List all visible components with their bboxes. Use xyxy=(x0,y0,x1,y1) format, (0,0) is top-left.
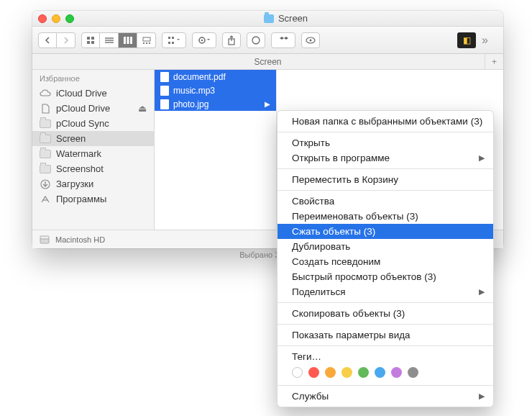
chevron-right-icon: ▶ xyxy=(479,287,485,297)
menu-item[interactable]: Дублировать xyxy=(278,239,493,254)
tag-dot[interactable] xyxy=(341,367,352,378)
sidebar-header: Избранное xyxy=(32,70,154,86)
svg-point-19 xyxy=(201,39,203,40)
folder-icon xyxy=(264,14,274,23)
svg-rect-8 xyxy=(127,37,129,44)
sidebar-item-screenshot[interactable]: Screenshot xyxy=(32,161,154,176)
quicklook-button[interactable] xyxy=(301,32,320,48)
menu-item[interactable]: Скопировать объекты (3) xyxy=(278,306,493,321)
menu-item[interactable]: Переименовать объекты (3) xyxy=(278,209,493,224)
menu-item[interactable]: Сжать объекты (3) xyxy=(278,224,493,239)
menu-separator xyxy=(278,132,493,132)
sidebar-item-label: Screen xyxy=(56,133,86,144)
menu-separator xyxy=(278,168,493,169)
sidebar-item-label: pCloud Drive xyxy=(56,103,110,114)
view-list-button[interactable] xyxy=(100,32,119,48)
file-row[interactable]: document.pdf xyxy=(155,70,276,83)
sidebar-item-pcloud-drive[interactable]: pCloud Drive ⏏ xyxy=(32,101,154,116)
file-icon xyxy=(160,86,169,96)
sidebar-item-label: Программы xyxy=(56,194,106,204)
dropbox-button[interactable] xyxy=(271,32,295,48)
view-gallery-button[interactable] xyxy=(137,32,156,48)
menu-item[interactable]: Создать псевдоним xyxy=(278,254,493,269)
pathbar: Screen + xyxy=(32,54,503,70)
svg-rect-12 xyxy=(146,42,147,44)
titlebar: Screen xyxy=(32,11,503,27)
sidebar-item-downloads[interactable]: Загрузки xyxy=(32,176,154,191)
svg-rect-15 xyxy=(168,42,170,44)
svg-rect-29 xyxy=(40,236,49,239)
menu-item[interactable]: Службы▶ xyxy=(278,389,493,404)
back-button[interactable] xyxy=(38,32,57,48)
svg-rect-7 xyxy=(124,37,126,44)
menu-item[interactable]: Быстрый просмотр объектов (3) xyxy=(278,269,493,284)
sidebar-item-label: Screenshot xyxy=(56,163,104,174)
sidebar-item-applications[interactable]: Программы xyxy=(32,191,154,207)
folder-icon xyxy=(40,164,51,174)
preview-thumbnail[interactable]: ◧ xyxy=(457,32,476,48)
menu-item[interactable]: Поделиться▶ xyxy=(278,284,493,299)
tag-dot[interactable] xyxy=(408,367,418,378)
svg-rect-9 xyxy=(130,37,132,44)
menu-item[interactable]: Показать параметры вида xyxy=(278,327,493,343)
menu-item[interactable]: Теги… xyxy=(278,349,493,364)
menu-item[interactable]: Переместить в Корзину xyxy=(278,172,493,187)
sidebar-item-pcloud-sync[interactable]: pCloud Sync xyxy=(32,116,154,131)
sidebar-item-screen[interactable]: Screen xyxy=(32,131,154,146)
share-button[interactable] xyxy=(222,32,241,48)
sidebar-item-icloud[interactable]: iCloud Drive xyxy=(32,86,154,101)
eject-icon[interactable]: ⏏ xyxy=(138,103,147,114)
sidebar-item-label: pCloud Sync xyxy=(56,118,109,129)
forward-button[interactable] xyxy=(57,32,75,48)
tag-dot[interactable] xyxy=(325,367,336,378)
file-row[interactable]: music.mp3 xyxy=(155,83,276,97)
sidebar-item-watermark[interactable]: Watermark xyxy=(32,146,154,161)
folder-icon xyxy=(40,119,51,129)
toolbar: ◧ » xyxy=(32,27,503,54)
downloads-icon xyxy=(40,179,51,189)
cloud-icon xyxy=(40,89,51,99)
disk-label[interactable]: Macintosh HD xyxy=(55,235,105,244)
view-buttons xyxy=(81,32,156,48)
tag-dot[interactable] xyxy=(375,367,385,378)
menu-separator xyxy=(278,345,493,346)
menu-item[interactable]: Открыть xyxy=(278,135,493,150)
tag-dot[interactable] xyxy=(308,367,319,378)
file-name: photo.jpg xyxy=(173,99,208,109)
folder-icon xyxy=(40,149,51,159)
view-icons-button[interactable] xyxy=(81,32,100,48)
file-name: document.pdf xyxy=(173,72,226,82)
tag-dot[interactable] xyxy=(391,367,402,378)
minimize-icon[interactable] xyxy=(52,14,60,23)
tag-dot[interactable] xyxy=(292,367,303,378)
context-menu: Новая папка с выбранными объектами (3)От… xyxy=(277,110,494,407)
close-icon[interactable] xyxy=(38,14,47,23)
svg-rect-14 xyxy=(168,37,170,39)
tags-row xyxy=(278,364,493,382)
svg-rect-11 xyxy=(143,42,145,44)
svg-point-22 xyxy=(252,37,260,44)
file-row[interactable]: photo.jpg ▶ xyxy=(155,97,276,111)
disk-icon xyxy=(40,235,50,244)
applications-icon xyxy=(40,194,51,204)
menu-item[interactable]: Открыть в программе▶ xyxy=(278,150,493,166)
window-title: Screen xyxy=(74,13,497,24)
svg-rect-16 xyxy=(172,37,174,39)
pathbar-label[interactable]: Screen xyxy=(254,57,281,67)
svg-rect-2 xyxy=(87,41,90,44)
tag-dot[interactable] xyxy=(358,367,369,378)
menu-item[interactable]: Свойства xyxy=(278,194,493,209)
view-columns-button[interactable] xyxy=(119,32,137,48)
file-icon xyxy=(160,99,169,109)
zoom-icon[interactable] xyxy=(65,14,74,23)
menu-separator xyxy=(278,302,493,303)
menu-item[interactable]: Новая папка с выбранными объектами (3) xyxy=(278,114,493,129)
tags-button[interactable] xyxy=(247,32,265,48)
new-tab-button[interactable]: + xyxy=(485,54,503,70)
expand-button[interactable]: » xyxy=(482,34,497,47)
arrange-button[interactable] xyxy=(162,32,186,48)
file-icon xyxy=(160,72,169,82)
action-button[interactable] xyxy=(192,32,216,48)
svg-rect-0 xyxy=(87,37,90,40)
document-icon xyxy=(40,104,51,114)
